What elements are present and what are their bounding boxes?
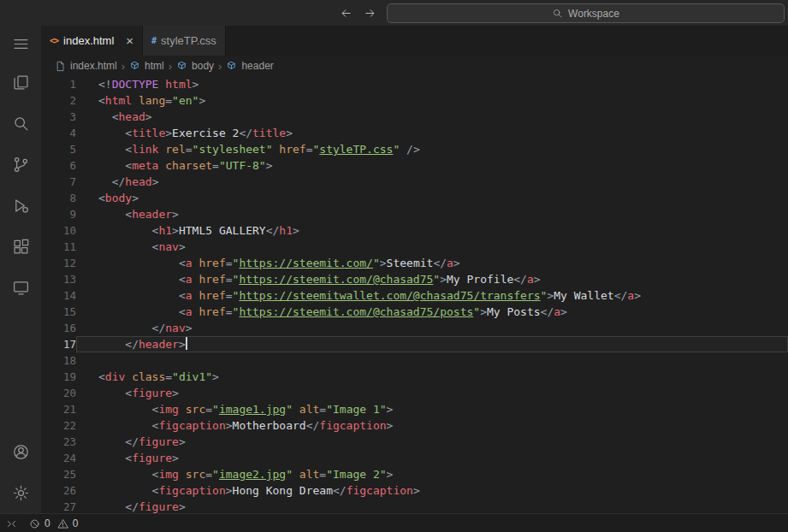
code-line-17[interactable]: 17 </header> (41, 336, 788, 352)
code-token: "UTF-8" (219, 159, 266, 172)
code-line-23[interactable]: 23 </figure> (41, 434, 788, 450)
line-number: 17 (41, 336, 76, 352)
code-editor[interactable]: 1<!DOCTYPE html>2<html lang="en">3 <head… (41, 76, 788, 513)
code-line-4[interactable]: 4 <title>Exercise 2</title> (41, 125, 788, 141)
line-number: 10 (41, 222, 76, 239)
code-line-16[interactable]: 16 </nav> (41, 320, 788, 336)
code-token: > (387, 468, 394, 481)
activitybar-source-control[interactable] (0, 144, 41, 185)
line-content: <!DOCTYPE html> (76, 76, 788, 92)
error-count: 0 (44, 517, 50, 529)
line-number: 26 (41, 482, 76, 499)
code-token: https://steemitwallet.com/@chasad75/tran… (239, 289, 540, 302)
code-token: < (98, 127, 132, 139)
code-token: " (433, 273, 440, 286)
activitybar-explorer[interactable] (0, 62, 41, 103)
activitybar-top (0, 26, 41, 308)
code-token: < (98, 403, 158, 416)
code-line-25[interactable]: 25 <img src="image2.jpg" alt="Image 2"> (41, 466, 788, 482)
code-line-10[interactable]: 10 <h1>HTML5 GALLERY</h1> (41, 222, 788, 239)
code-line-19[interactable]: 19<div class="div1"> (41, 369, 788, 385)
line-content: <nav> (76, 239, 788, 255)
code-line-27[interactable]: 27 </figure> (41, 499, 788, 513)
tab-styleTP.css[interactable]: #styleTP.css (143, 26, 226, 56)
code-line-13[interactable]: 13 <a href="https://steemit.com/@chasad7… (41, 271, 788, 287)
code-token: div (105, 370, 125, 383)
code-line-9[interactable]: 9 <header> (41, 206, 788, 222)
chevron-right-icon: › (218, 60, 222, 73)
code-line-20[interactable]: 20 <figure> (41, 385, 788, 401)
code-line-14[interactable]: 14 <a href="https://steemitwallet.com/@c… (41, 287, 788, 304)
code-line-21[interactable]: 21 <img src="image1.jpg" alt="Image 1"> (41, 401, 788, 417)
activitybar-remote-explorer[interactable] (0, 267, 41, 308)
code-token: " (212, 403, 219, 416)
status-bar: 0 0 (0, 513, 788, 532)
code-token: > (172, 387, 179, 399)
code-line-26[interactable]: 26 <figcaption>Hong Kong Dream</figcapti… (41, 482, 788, 499)
line-number: 11 (41, 239, 76, 255)
code-line-11[interactable]: 11 <nav> (41, 239, 788, 255)
activitybar-settings[interactable] (0, 472, 41, 513)
activitybar-account[interactable] (0, 431, 41, 472)
code-token: "div1" (172, 370, 212, 383)
code-line-5[interactable]: 5 <link rel="stylesheet" href="styleTP.c… (41, 141, 788, 157)
code-token: </ (98, 338, 139, 351)
code-line-22[interactable]: 22 <figcaption>Motherboard</figcaption> (41, 417, 788, 434)
code-token: html (105, 94, 132, 107)
code-line-1[interactable]: 1<!DOCTYPE html> (41, 76, 788, 92)
arrow-right-icon (364, 7, 376, 20)
code-token: = (226, 257, 233, 269)
breadcrumb-item-index.html[interactable]: index.html (55, 60, 117, 72)
code-line-12[interactable]: 12 <a href="https://steemit.com/">Steemi… (41, 255, 788, 271)
breadcrumb-item-header[interactable]: header (226, 60, 273, 72)
breadcrumb-label: html (145, 60, 164, 72)
code-line-6[interactable]: 6 <meta charset="UTF-8"> (41, 157, 788, 174)
forward-button[interactable] (359, 3, 380, 23)
code-line-2[interactable]: 2<html lang="en"> (41, 92, 788, 109)
file-icon (55, 61, 66, 72)
code-line-18[interactable]: 18 (41, 352, 788, 369)
code-line-15[interactable]: 15 <a href="https://steemit.com/@chasad7… (41, 304, 788, 320)
code-token: > (186, 322, 193, 334)
activity-bar (0, 26, 41, 513)
line-number: 6 (41, 157, 76, 174)
code-token: a (627, 289, 634, 302)
back-button[interactable] (335, 3, 356, 23)
activitybar-search[interactable] (0, 103, 41, 144)
title-bar: Workspace (0, 0, 788, 26)
code-token: My Posts (487, 305, 541, 318)
code-token: a (447, 257, 453, 269)
code-token: > (193, 78, 199, 91)
line-number: 12 (41, 255, 76, 271)
command-center-search[interactable]: Workspace (387, 3, 785, 23)
breadcrumb-item-body[interactable]: body (176, 60, 214, 72)
code-token: a (554, 305, 560, 318)
line-number: 27 (41, 499, 76, 513)
code-token: > (179, 240, 186, 253)
tab-index.html[interactable]: <>index.html× (41, 26, 143, 56)
code-line-8[interactable]: 8<body> (41, 190, 788, 206)
breadcrumb-item-html[interactable]: html (129, 60, 164, 72)
activitybar-extensions[interactable] (0, 226, 41, 267)
activitybar-menu[interactable] (0, 26, 41, 62)
close-icon[interactable]: × (126, 34, 133, 47)
remote-window-button[interactable] (0, 514, 23, 532)
cube-icon (176, 61, 187, 72)
code-token: /> (400, 143, 419, 156)
code-line-24[interactable]: 24 <figure> (41, 450, 788, 466)
code-token: class (125, 370, 165, 383)
code-token: Exercise 2 (172, 127, 239, 139)
code-token: title (132, 127, 165, 139)
line-content: </head> (76, 174, 788, 190)
code-line-7[interactable]: 7 </head> (41, 174, 788, 190)
code-token: < (98, 305, 186, 318)
explorer-icon (12, 74, 30, 92)
code-line-3[interactable]: 3 <head> (41, 109, 788, 125)
line-number: 23 (41, 434, 76, 450)
html-file-icon: <> (50, 36, 58, 45)
code-token: My Wallet (554, 289, 613, 302)
problems-button[interactable]: 0 0 (23, 514, 86, 532)
activitybar-run-debug[interactable] (0, 185, 41, 226)
line-content: <title>Exercise 2</title> (76, 125, 788, 141)
code-token: a (527, 273, 534, 286)
